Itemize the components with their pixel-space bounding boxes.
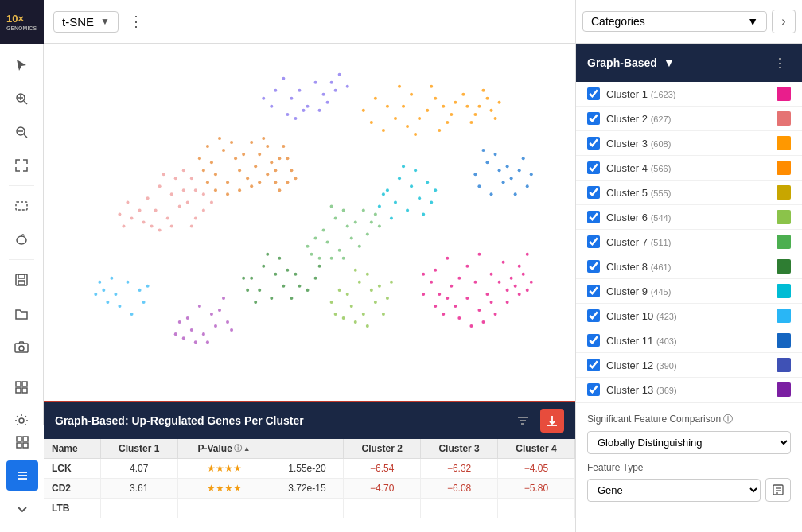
cluster-checkbox-10[interactable] xyxy=(587,309,600,322)
zoom-in-btn[interactable] xyxy=(6,83,37,114)
cluster-color-8 xyxy=(777,259,791,274)
scatter-plot[interactable] xyxy=(44,44,575,401)
cluster-item-10[interactable]: Cluster 10 (423) xyxy=(576,304,802,328)
cluster-item-6[interactable]: Cluster 6 (544) xyxy=(576,205,802,230)
svg-point-265 xyxy=(314,237,317,240)
svg-point-262 xyxy=(362,208,365,212)
svg-point-122 xyxy=(362,109,365,112)
svg-point-183 xyxy=(354,320,357,324)
expand-btn[interactable] xyxy=(6,150,37,181)
lasso-btn[interactable] xyxy=(6,224,37,254)
tsne-dropdown[interactable]: t-SNE ▼ xyxy=(53,11,119,33)
svg-point-226 xyxy=(258,153,261,156)
cluster-item-1[interactable]: Cluster 1 (1623) xyxy=(576,82,802,107)
tsne-menu-btn[interactable]: ⋮ xyxy=(125,10,147,33)
c3-cd2: −6.08 xyxy=(421,479,498,499)
list-tab-btn[interactable] xyxy=(6,460,38,491)
right-panel-chevron-btn[interactable]: › xyxy=(772,10,796,33)
svg-point-193 xyxy=(502,181,505,184)
zoom-out-btn[interactable] xyxy=(6,117,37,147)
calc-btn[interactable] xyxy=(765,478,791,502)
cluster-checkbox-7[interactable] xyxy=(587,235,600,248)
svg-point-197 xyxy=(510,177,513,180)
svg-point-240 xyxy=(250,184,253,188)
cluster-checkbox-12[interactable] xyxy=(587,359,600,371)
save-btn[interactable] xyxy=(6,265,37,295)
svg-point-204 xyxy=(126,281,129,284)
c4-ltb xyxy=(498,499,575,518)
cluster-item-11[interactable]: Cluster 11 (403) xyxy=(576,328,802,353)
cluster-checkbox-1[interactable] xyxy=(587,87,600,100)
cluster-checkbox-11[interactable] xyxy=(587,334,600,347)
svg-point-134 xyxy=(426,109,429,112)
cluster-checkbox-8[interactable] xyxy=(587,260,600,273)
svg-point-254 xyxy=(338,249,341,252)
apps-tab-btn[interactable] xyxy=(6,427,38,457)
camera-btn[interactable] xyxy=(6,332,37,362)
svg-point-260 xyxy=(366,233,369,236)
cluster-item-3[interactable]: Cluster 3 (608) xyxy=(576,131,802,156)
table-row[interactable]: CD2 3.61 ★★★★ 3.72e-15 −4.70 −6.08 −5.80 xyxy=(44,479,575,499)
cluster-checkbox-5[interactable] xyxy=(587,186,600,199)
svg-point-202 xyxy=(514,192,517,196)
svg-point-76 xyxy=(334,89,337,92)
svg-point-50 xyxy=(457,316,461,320)
svg-point-162 xyxy=(298,285,301,288)
cluster-checkbox-2[interactable] xyxy=(587,112,600,125)
svg-point-278 xyxy=(222,297,225,300)
cluster-item-4[interactable]: Cluster 4 (566) xyxy=(576,156,802,181)
chevron-down-btn[interactable] xyxy=(6,494,38,524)
svg-point-180 xyxy=(330,301,333,304)
svg-point-116 xyxy=(202,208,205,212)
svg-point-191 xyxy=(477,184,481,188)
cluster-item-9[interactable]: Cluster 9 (445) xyxy=(576,279,802,304)
svg-point-126 xyxy=(382,129,385,132)
svg-point-34 xyxy=(502,261,505,264)
cluster-item-8[interactable]: Cluster 8 (461) xyxy=(576,254,802,279)
cluster-count-2: (627) xyxy=(651,115,672,124)
panel-filter-btn[interactable] xyxy=(512,410,534,432)
svg-point-163 xyxy=(294,273,297,276)
svg-rect-7 xyxy=(16,202,27,210)
cluster-checkbox-9[interactable] xyxy=(587,285,600,297)
table-row[interactable]: LTB xyxy=(44,499,575,518)
svg-point-217 xyxy=(234,157,237,160)
svg-point-199 xyxy=(522,157,525,160)
svg-point-189 xyxy=(485,161,489,164)
panel-download-btn[interactable] xyxy=(540,409,564,433)
svg-point-33 xyxy=(490,273,493,276)
cursor-tool-btn[interactable] xyxy=(6,50,37,80)
clusters-menu-btn[interactable]: ⋮ xyxy=(769,52,791,74)
cluster-item-13[interactable]: Cluster 13 (369) xyxy=(576,378,802,402)
svg-point-184 xyxy=(366,324,369,328)
svg-point-195 xyxy=(494,153,497,156)
cluster-item-12[interactable]: Cluster 12 (390) xyxy=(576,353,802,378)
svg-point-279 xyxy=(226,320,229,324)
svg-point-284 xyxy=(194,340,197,344)
grid-btn[interactable] xyxy=(6,372,37,402)
svg-point-46 xyxy=(526,253,529,256)
svg-point-106 xyxy=(142,220,146,223)
svg-point-102 xyxy=(174,177,177,180)
cluster-color-3 xyxy=(777,136,791,150)
cluster-item-5[interactable]: Cluster 5 (555) xyxy=(576,181,802,205)
svg-point-131 xyxy=(406,125,409,128)
svg-point-101 xyxy=(182,188,185,192)
cluster-item-2[interactable]: Cluster 2 (627) xyxy=(576,107,802,131)
table-row[interactable]: LCK 4.07 ★★★★ 1.55e-20 −6.54 −6.32 −4.05 xyxy=(44,459,575,479)
cluster-checkbox-4[interactable] xyxy=(587,161,600,174)
cluster-checkbox-6[interactable] xyxy=(587,211,600,223)
cluster-count-5: (555) xyxy=(651,188,672,198)
bottom-panel-header: Graph-Based: Up-Regulated Genes Per Clus… xyxy=(44,402,575,439)
folder-btn[interactable] xyxy=(6,298,37,328)
feature-type-select[interactable]: Gene xyxy=(587,479,761,502)
categories-dropdown[interactable]: Categories ▼ xyxy=(582,11,767,32)
rect-select-btn[interactable] xyxy=(6,191,37,221)
svg-point-177 xyxy=(366,273,369,276)
sig-feature-select[interactable]: Globally Distinguishing xyxy=(587,431,791,454)
cluster-checkbox-13[interactable] xyxy=(587,383,600,396)
cluster-label-1: Cluster 1 (1623) xyxy=(606,88,770,100)
cluster-label-6: Cluster 6 (544) xyxy=(606,212,770,223)
cluster-checkbox-3[interactable] xyxy=(587,137,600,150)
cluster-item-7[interactable]: Cluster 7 (511) xyxy=(576,230,802,254)
